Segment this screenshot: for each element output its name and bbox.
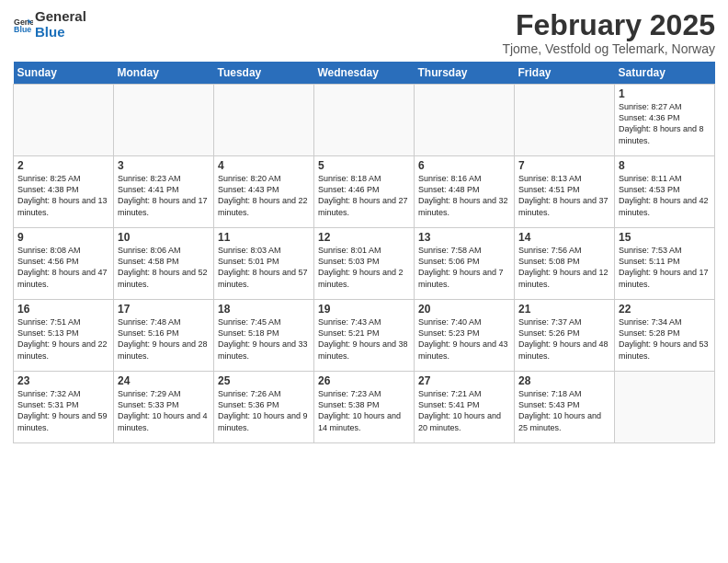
logo: General Blue General Blue — [13, 9, 86, 40]
calendar-cell: 13Sunrise: 7:58 AMSunset: 5:06 PMDayligh… — [415, 228, 515, 300]
svg-text:Blue: Blue — [14, 24, 31, 33]
day-number: 18 — [218, 303, 310, 316]
calendar-cell: 14Sunrise: 7:56 AMSunset: 5:08 PMDayligh… — [515, 228, 615, 300]
day-info: Sunrise: 7:43 AMSunset: 5:21 PMDaylight:… — [318, 316, 410, 362]
day-number: 16 — [17, 303, 109, 316]
calendar-table: SundayMondayTuesdayWednesdayThursdayFrid… — [13, 62, 715, 443]
day-info: Sunrise: 8:25 AMSunset: 4:38 PMDaylight:… — [17, 173, 109, 218]
day-number: 11 — [218, 231, 310, 244]
day-info: Sunrise: 8:08 AMSunset: 4:56 PMDaylight:… — [17, 245, 109, 290]
calendar-cell: 25Sunrise: 7:26 AMSunset: 5:36 PMDayligh… — [214, 372, 314, 443]
month-title: February 2025 — [502, 9, 715, 41]
header: General Blue General Blue February 2025 … — [13, 9, 715, 56]
calendar-cell: 3Sunrise: 8:23 AMSunset: 4:41 PMDaylight… — [114, 156, 214, 228]
day-number: 21 — [518, 303, 610, 316]
day-info: Sunrise: 8:13 AMSunset: 4:51 PMDaylight:… — [518, 173, 610, 218]
day-header-wednesday: Wednesday — [314, 62, 415, 85]
calendar-cell: 7Sunrise: 8:13 AMSunset: 4:51 PMDaylight… — [515, 156, 615, 228]
day-number: 1 — [619, 87, 711, 100]
day-number: 9 — [17, 231, 109, 244]
calendar-cell: 26Sunrise: 7:23 AMSunset: 5:38 PMDayligh… — [314, 372, 415, 443]
day-info: Sunrise: 7:23 AMSunset: 5:38 PMDaylight:… — [318, 388, 410, 433]
calendar-cell — [14, 85, 114, 156]
day-number: 19 — [318, 303, 410, 316]
day-number: 14 — [518, 231, 610, 244]
calendar-cell — [214, 85, 314, 156]
day-number: 25 — [218, 374, 310, 387]
day-number: 23 — [17, 374, 109, 387]
day-number: 28 — [518, 374, 610, 387]
day-number: 8 — [619, 159, 711, 172]
day-number: 24 — [118, 374, 210, 387]
calendar-cell: 15Sunrise: 7:53 AMSunset: 5:11 PMDayligh… — [615, 228, 715, 300]
week-row-3: 9Sunrise: 8:08 AMSunset: 4:56 PMDaylight… — [14, 228, 715, 300]
day-info: Sunrise: 8:11 AMSunset: 4:53 PMDaylight:… — [619, 173, 711, 218]
day-number: 4 — [218, 159, 310, 172]
day-header-sunday: Sunday — [14, 62, 114, 85]
day-info: Sunrise: 7:51 AMSunset: 5:13 PMDaylight:… — [17, 316, 109, 362]
calendar-cell: 11Sunrise: 8:03 AMSunset: 5:01 PMDayligh… — [214, 228, 314, 300]
day-number: 5 — [318, 159, 410, 172]
day-number: 13 — [418, 231, 510, 244]
day-info: Sunrise: 7:37 AMSunset: 5:26 PMDaylight:… — [518, 316, 610, 362]
day-info: Sunrise: 8:03 AMSunset: 5:01 PMDaylight:… — [218, 245, 310, 290]
logo-blue: Blue — [35, 25, 86, 40]
day-info: Sunrise: 8:01 AMSunset: 5:03 PMDaylight:… — [318, 245, 410, 290]
calendar-cell: 12Sunrise: 8:01 AMSunset: 5:03 PMDayligh… — [314, 228, 415, 300]
calendar-cell: 27Sunrise: 7:21 AMSunset: 5:41 PMDayligh… — [415, 372, 515, 443]
week-row-1: 1Sunrise: 8:27 AMSunset: 4:36 PMDaylight… — [14, 85, 715, 156]
week-row-2: 2Sunrise: 8:25 AMSunset: 4:38 PMDaylight… — [14, 156, 715, 228]
calendar-cell: 1Sunrise: 8:27 AMSunset: 4:36 PMDaylight… — [615, 85, 715, 156]
page-container: General Blue General Blue February 2025 … — [0, 0, 728, 563]
day-number: 22 — [619, 303, 711, 316]
calendar-cell — [515, 85, 615, 156]
day-number: 15 — [619, 231, 711, 244]
day-number: 3 — [118, 159, 210, 172]
calendar-cell — [615, 372, 715, 443]
week-row-4: 16Sunrise: 7:51 AMSunset: 5:13 PMDayligh… — [14, 300, 715, 372]
day-number: 10 — [118, 231, 210, 244]
day-info: Sunrise: 7:40 AMSunset: 5:23 PMDaylight:… — [418, 316, 510, 362]
day-info: Sunrise: 7:48 AMSunset: 5:16 PMDaylight:… — [118, 316, 210, 362]
calendar-cell: 16Sunrise: 7:51 AMSunset: 5:13 PMDayligh… — [14, 300, 114, 372]
day-info: Sunrise: 8:27 AMSunset: 4:36 PMDaylight:… — [619, 101, 711, 146]
day-info: Sunrise: 7:18 AMSunset: 5:43 PMDaylight:… — [518, 388, 610, 433]
calendar-cell: 20Sunrise: 7:40 AMSunset: 5:23 PMDayligh… — [415, 300, 515, 372]
day-header-tuesday: Tuesday — [214, 62, 314, 85]
day-header-saturday: Saturday — [615, 62, 715, 85]
logo-general: General — [35, 9, 86, 25]
day-info: Sunrise: 8:16 AMSunset: 4:48 PMDaylight:… — [418, 173, 510, 218]
location-title: Tjome, Vestfold og Telemark, Norway — [502, 41, 715, 56]
day-header-monday: Monday — [114, 62, 214, 85]
calendar-cell: 2Sunrise: 8:25 AMSunset: 4:38 PMDaylight… — [14, 156, 114, 228]
week-row-5: 23Sunrise: 7:32 AMSunset: 5:31 PMDayligh… — [14, 372, 715, 443]
day-number: 2 — [17, 159, 109, 172]
title-block: February 2025 Tjome, Vestfold og Telemar… — [502, 9, 715, 56]
day-number: 20 — [418, 303, 510, 316]
calendar-cell — [415, 85, 515, 156]
day-info: Sunrise: 7:29 AMSunset: 5:33 PMDaylight:… — [118, 388, 210, 433]
calendar-cell: 24Sunrise: 7:29 AMSunset: 5:33 PMDayligh… — [114, 372, 214, 443]
calendar-cell: 23Sunrise: 7:32 AMSunset: 5:31 PMDayligh… — [14, 372, 114, 443]
calendar-cell: 18Sunrise: 7:45 AMSunset: 5:18 PMDayligh… — [214, 300, 314, 372]
calendar-cell: 17Sunrise: 7:48 AMSunset: 5:16 PMDayligh… — [114, 300, 214, 372]
calendar-cell: 4Sunrise: 8:20 AMSunset: 4:43 PMDaylight… — [214, 156, 314, 228]
day-number: 6 — [418, 159, 510, 172]
day-info: Sunrise: 7:45 AMSunset: 5:18 PMDaylight:… — [218, 316, 310, 362]
day-info: Sunrise: 7:26 AMSunset: 5:36 PMDaylight:… — [218, 388, 310, 433]
day-header-friday: Friday — [515, 62, 615, 85]
day-info: Sunrise: 7:58 AMSunset: 5:06 PMDaylight:… — [418, 245, 510, 290]
day-info: Sunrise: 8:23 AMSunset: 4:41 PMDaylight:… — [118, 173, 210, 218]
calendar-cell: 5Sunrise: 8:18 AMSunset: 4:46 PMDaylight… — [314, 156, 415, 228]
day-info: Sunrise: 8:18 AMSunset: 4:46 PMDaylight:… — [318, 173, 410, 218]
calendar-cell: 8Sunrise: 8:11 AMSunset: 4:53 PMDaylight… — [615, 156, 715, 228]
calendar-cell: 10Sunrise: 8:06 AMSunset: 4:58 PMDayligh… — [114, 228, 214, 300]
logo-icon: General Blue — [13, 15, 33, 35]
calendar-header-row: SundayMondayTuesdayWednesdayThursdayFrid… — [14, 62, 715, 85]
calendar-cell: 9Sunrise: 8:08 AMSunset: 4:56 PMDaylight… — [14, 228, 114, 300]
day-info: Sunrise: 7:34 AMSunset: 5:28 PMDaylight:… — [619, 316, 711, 362]
calendar-cell: 6Sunrise: 8:16 AMSunset: 4:48 PMDaylight… — [415, 156, 515, 228]
calendar-cell: 19Sunrise: 7:43 AMSunset: 5:21 PMDayligh… — [314, 300, 415, 372]
calendar-cell — [314, 85, 415, 156]
day-info: Sunrise: 8:20 AMSunset: 4:43 PMDaylight:… — [218, 173, 310, 218]
